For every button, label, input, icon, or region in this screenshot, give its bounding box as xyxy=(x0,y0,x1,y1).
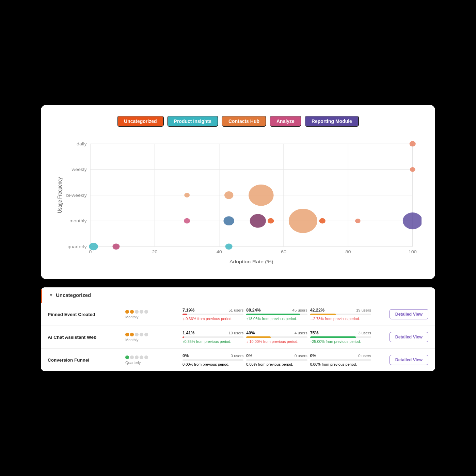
tag-button[interactable]: Contacts Hub xyxy=(222,116,266,127)
row-freq: Monthly xyxy=(125,333,180,342)
freq-dot xyxy=(144,333,148,336)
freq-dot xyxy=(140,333,143,336)
svg-point-30 xyxy=(268,218,274,224)
svg-text:20: 20 xyxy=(152,250,157,254)
freq-dot xyxy=(130,333,134,336)
dot-row xyxy=(125,333,148,336)
metric-delta: ↓-0.36% from previous period. xyxy=(183,317,243,321)
svg-text:60: 60 xyxy=(281,250,286,254)
metric-col: 88.24% 45 users ↑18.06% from previous pe… xyxy=(246,308,307,321)
svg-point-35 xyxy=(184,193,190,197)
row-name: Conversion Funnel xyxy=(48,358,123,363)
table-body: Pinned Event Created Monthly 7.19% 51 us… xyxy=(41,303,435,371)
svg-text:0: 0 xyxy=(89,250,92,254)
metric-pct: 0% xyxy=(246,353,252,358)
metric-top: 88.24% 45 users xyxy=(246,308,307,313)
svg-point-38 xyxy=(410,141,416,147)
metric-col: 7.19% 51 users ↓-0.36% from previous per… xyxy=(183,308,243,321)
progress-bar-bg xyxy=(246,336,307,338)
row-name: Pinned Event Created xyxy=(48,312,123,317)
metric-delta: ↑25.00% from previous period. xyxy=(310,339,371,344)
metric-users: 19 users xyxy=(356,308,371,312)
metric-users: 0 users xyxy=(358,354,371,358)
metric-pct: 7.19% xyxy=(183,308,194,313)
svg-point-24 xyxy=(89,243,98,250)
svg-point-33 xyxy=(355,219,361,223)
metric-top: 0% 0 users xyxy=(183,353,243,358)
progress-bar-bg xyxy=(310,359,371,361)
metric-delta: ↑0.35% from previous period. xyxy=(183,339,243,344)
svg-point-29 xyxy=(250,214,266,228)
progress-bar-bg xyxy=(183,314,243,315)
progress-bar-fill xyxy=(246,336,271,338)
metric-col: 1.41% 10 users ↑0.35% from previous peri… xyxy=(183,331,243,344)
metric-top: 42.22% 19 users xyxy=(310,308,371,313)
progress-bar-fill xyxy=(246,314,300,315)
progress-bar-fill xyxy=(183,314,187,315)
svg-text:bi-weekly: bi-weekly xyxy=(66,193,87,198)
row-freq: Monthly xyxy=(125,310,180,319)
tag-button[interactable]: Product Insights xyxy=(167,116,218,127)
metric-top: 0% 0 users xyxy=(246,353,307,358)
metric-users: 0 users xyxy=(295,354,307,358)
chevron-icon: ▼ xyxy=(49,293,53,298)
metric-top: 1.41% 10 users xyxy=(183,331,243,335)
detailed-view-button[interactable]: Detailed View xyxy=(390,332,428,342)
svg-text:daily: daily xyxy=(77,142,87,146)
row-freq: Quarterly xyxy=(125,355,180,365)
freq-dot xyxy=(135,310,139,314)
tag-button[interactable]: Uncategorized xyxy=(117,116,163,127)
freq-dot xyxy=(140,310,143,314)
metric-delta: 0.00% from previous period. xyxy=(183,362,243,366)
tag-row: UncategorizedProduct InsightsContacts Hu… xyxy=(54,116,422,127)
section-label: Uncategorized xyxy=(56,292,91,298)
metric-pct: 1.41% xyxy=(183,331,194,335)
svg-text:80: 80 xyxy=(345,250,351,254)
svg-text:monthly: monthly xyxy=(69,219,87,223)
freq-label: Monthly xyxy=(125,338,139,342)
metric-delta: 0.00% from previous period. xyxy=(310,362,371,366)
progress-bar-bg xyxy=(310,336,371,338)
metric-col: 42.22% 19 users ↓-2.78% from previous pe… xyxy=(310,308,371,321)
metric-pct: 0% xyxy=(310,353,316,358)
svg-text:Usage Frequency: Usage Frequency xyxy=(57,177,63,213)
progress-bar-bg xyxy=(183,359,243,361)
metric-delta: ↑18.06% from previous period. xyxy=(246,317,307,321)
svg-point-25 xyxy=(112,243,120,250)
detailed-view-button[interactable]: Detailed View xyxy=(390,355,428,365)
svg-text:40: 40 xyxy=(217,250,222,254)
svg-text:Adoption Rate (%): Adoption Rate (%) xyxy=(229,259,273,264)
metric-users: 45 users xyxy=(292,308,307,312)
metric-users: 3 users xyxy=(358,331,371,335)
metric-delta: 0.00% from previous period. xyxy=(246,362,307,366)
freq-dot xyxy=(140,355,143,359)
svg-point-28 xyxy=(223,216,234,225)
row-name: Ai Chat Assistant Web xyxy=(48,335,123,340)
freq-dot xyxy=(135,333,139,336)
table-row: Pinned Event Created Monthly 7.19% 51 us… xyxy=(41,303,435,326)
metric-delta: ↓-2.78% from previous period. xyxy=(310,317,371,321)
tag-button[interactable]: Analyze xyxy=(270,116,301,127)
metric-col: 0% 0 users 0.00% from previous period. xyxy=(183,353,243,366)
dot-row xyxy=(125,355,148,359)
freq-dot xyxy=(144,355,148,359)
svg-point-37 xyxy=(249,185,274,206)
metric-pct: 42.22% xyxy=(310,308,324,313)
svg-text:weekly: weekly xyxy=(71,167,87,172)
svg-point-34 xyxy=(403,212,422,229)
svg-point-39 xyxy=(410,167,415,172)
freq-dot xyxy=(130,355,134,359)
dot-row xyxy=(125,310,148,314)
section-header: ▼ Uncategorized xyxy=(41,287,435,303)
metric-users: 4 users xyxy=(295,331,307,335)
metric-col: 40% 4 users ↓-10.00% from previous perio… xyxy=(246,331,307,344)
table-card: ▼ Uncategorized Pinned Event Created Mon… xyxy=(41,287,435,371)
freq-label: Quarterly xyxy=(125,361,141,365)
freq-dot xyxy=(125,310,129,314)
detailed-view-button[interactable]: Detailed View xyxy=(390,309,428,319)
tag-button[interactable]: Reporting Module xyxy=(305,116,359,127)
metric-users: 51 users xyxy=(228,308,243,312)
metric-pct: 0% xyxy=(183,353,189,358)
freq-dot xyxy=(130,310,134,314)
svg-point-32 xyxy=(319,218,325,224)
